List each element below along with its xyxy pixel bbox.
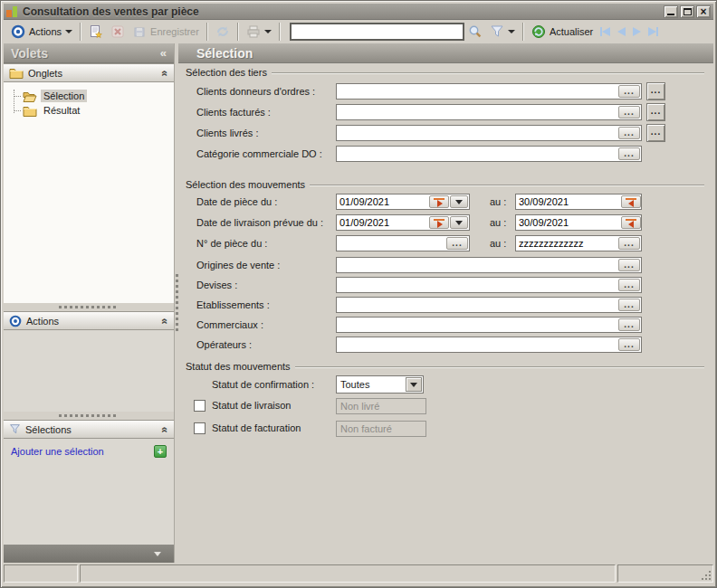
date-livraison-du-input[interactable]	[337, 215, 428, 230]
refresh-button[interactable]: Actualiser	[528, 23, 597, 41]
inline-browse-button[interactable]: ...	[618, 147, 640, 160]
inline-browse-button[interactable]: ...	[618, 318, 640, 331]
group-header-statut: Statut des mouvements	[186, 361, 704, 372]
inline-browse-button[interactable]: ...	[618, 85, 640, 98]
actions-menu-button[interactable]: Actions	[7, 23, 76, 41]
orange-arrow-right-icon	[434, 198, 445, 200]
group-header-mouvements: Sélection des mouvements	[186, 179, 704, 190]
operateurs-input[interactable]	[337, 337, 617, 352]
browse-button[interactable]: ...	[646, 103, 665, 121]
inline-browse-button[interactable]: ...	[618, 127, 640, 139]
status-panel-left	[4, 564, 78, 583]
devises-input[interactable]	[337, 278, 617, 292]
search-input[interactable]	[292, 24, 463, 39]
date-jump-button[interactable]	[429, 216, 449, 229]
clients-livres-input[interactable]	[337, 126, 617, 140]
horizontal-splitter[interactable]	[4, 412, 174, 420]
section-header-actions[interactable]: Actions «	[4, 311, 174, 330]
funnel-icon	[9, 423, 21, 435]
new-button[interactable]	[85, 23, 107, 41]
tree-item-resultat[interactable]: Résultat	[4, 103, 174, 118]
section-header-selections[interactable]: Sélections «	[4, 420, 174, 439]
date-livraison-au-input[interactable]	[516, 215, 620, 230]
inline-browse-button[interactable]: ...	[618, 338, 640, 351]
commerciaux-input[interactable]	[337, 318, 617, 332]
date-jump-button[interactable]	[621, 195, 641, 208]
nav-previous-button[interactable]	[614, 25, 629, 38]
date-jump-button[interactable]	[621, 216, 641, 229]
add-selection-link[interactable]: Ajouter une sélection	[11, 446, 104, 457]
sync-arrows-icon	[215, 24, 230, 39]
checkbox-label: Statut de livraison	[212, 400, 291, 411]
statut-facturation-checkbox[interactable]	[194, 422, 206, 434]
statut-confirmation-select[interactable]: Toutes	[336, 375, 424, 394]
inline-browse-button[interactable]: ...	[618, 106, 640, 119]
origines-vente-field: ...	[336, 257, 642, 273]
statut-livraison-checkbox[interactable]	[194, 400, 206, 412]
resize-grip-icon[interactable]	[701, 570, 712, 581]
etablissements-input[interactable]	[337, 298, 617, 312]
group-header-tiers: Sélection des tiers	[186, 67, 704, 78]
chevron-down-icon	[410, 383, 417, 391]
field-label: Opérateurs :	[196, 339, 252, 350]
browse-button[interactable]: ...	[646, 82, 665, 100]
page-title: Sélection	[196, 46, 253, 61]
collapse-section-icon[interactable]: «	[159, 70, 172, 76]
combo-dropdown-button[interactable]	[406, 377, 422, 392]
collapse-section-icon[interactable]: «	[159, 426, 172, 432]
folder-icon	[23, 105, 37, 117]
orange-arrow-left-icon	[626, 219, 636, 221]
sidebar-header: Volets «	[4, 43, 174, 63]
add-selection-plus-button[interactable]: +	[154, 445, 167, 458]
calendar-dropdown-button[interactable]	[450, 195, 468, 208]
target-icon	[9, 315, 22, 327]
field-label: N° de pièce du :	[196, 238, 267, 249]
inline-browse-button[interactable]: ...	[618, 259, 640, 271]
inline-browse-button[interactable]: ...	[618, 279, 640, 291]
num-piece-du-input[interactable]	[337, 236, 445, 251]
range-separator-label: au :	[490, 217, 506, 228]
maximize-button[interactable]	[680, 5, 694, 18]
new-page-icon	[89, 24, 103, 39]
nav-next-icon	[633, 27, 641, 36]
sync-button[interactable]	[212, 23, 234, 41]
delete-button[interactable]	[107, 23, 129, 41]
chevron-down-icon	[264, 30, 272, 37]
window-title: Consultation des ventes par pièce	[23, 5, 664, 18]
sidebar-footer-bar[interactable]	[4, 545, 174, 563]
horizontal-splitter[interactable]	[4, 303, 174, 311]
orange-arrow-left-icon	[626, 198, 636, 200]
nav-next-button[interactable]	[629, 25, 645, 38]
app-icon	[6, 6, 18, 17]
inline-browse-button[interactable]: ...	[618, 299, 640, 311]
date-jump-button[interactable]	[429, 195, 449, 208]
date-piece-du-field	[336, 194, 470, 210]
operateurs-field: ...	[336, 337, 642, 353]
date-piece-au-input[interactable]	[516, 194, 620, 209]
inline-browse-button[interactable]: ...	[618, 237, 640, 250]
inline-browse-button[interactable]: ...	[446, 237, 468, 250]
nav-first-button[interactable]	[597, 25, 614, 38]
tree-item-selection[interactable]: Sélection	[4, 89, 174, 103]
nav-last-button[interactable]	[645, 25, 662, 38]
print-button[interactable]	[243, 23, 275, 41]
clients-factures-input[interactable]	[337, 105, 617, 119]
minimize-button[interactable]	[664, 5, 678, 18]
browse-button[interactable]: ...	[646, 124, 665, 142]
tabs-tree: Sélection Résultat	[4, 82, 174, 303]
save-button[interactable]: Enregistrer	[129, 23, 203, 41]
date-piece-du-input[interactable]	[337, 194, 428, 209]
close-button[interactable]: ×	[696, 5, 711, 18]
calendar-dropdown-button[interactable]	[450, 216, 468, 229]
filter-button[interactable]	[486, 23, 519, 41]
num-piece-au-input[interactable]	[516, 236, 617, 251]
section-header-onglets[interactable]: Onglets «	[4, 63, 174, 82]
origines-vente-input[interactable]	[337, 258, 617, 272]
search-button[interactable]	[464, 23, 486, 41]
status-panel-right	[617, 564, 713, 583]
field-label: Catégorie commerciale DO :	[196, 148, 322, 159]
collapse-panel-icon[interactable]: «	[160, 46, 167, 60]
clients-donneurs-ordres-input[interactable]	[337, 84, 617, 99]
categorie-commerciale-input[interactable]	[337, 147, 617, 161]
collapse-section-icon[interactable]: «	[159, 318, 172, 324]
